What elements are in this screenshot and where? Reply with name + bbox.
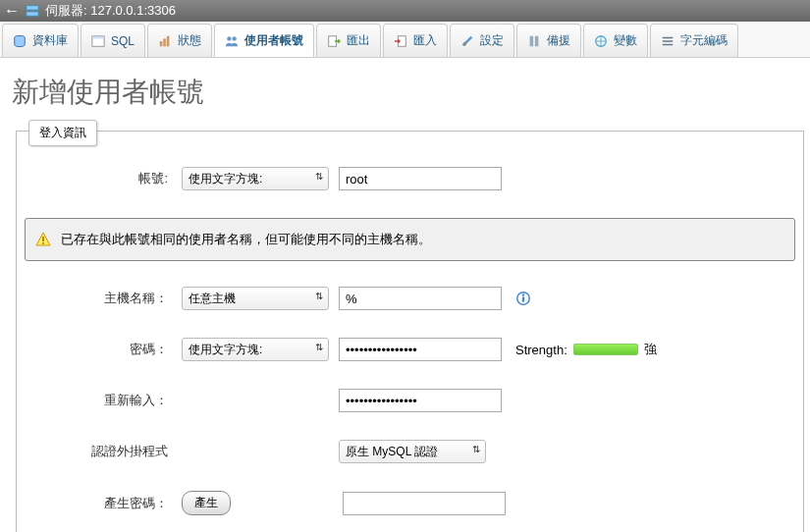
- tab-label: SQL: [111, 34, 135, 48]
- tab-variables[interactable]: 變數: [583, 24, 648, 57]
- tab-replication[interactable]: 備援: [516, 24, 581, 57]
- tab-label: 狀態: [178, 32, 201, 49]
- server-label: 伺服器: 127.0.0.1:3306: [45, 2, 176, 20]
- tab-status[interactable]: 狀態: [147, 24, 212, 57]
- username-mode-select[interactable]: 使用文字方塊:: [182, 167, 329, 190]
- fieldset-legend: 登入資訊: [28, 120, 97, 146]
- svg-point-9: [232, 36, 236, 40]
- page-title: 新增使用者帳號: [12, 74, 810, 111]
- generated-password-input[interactable]: [343, 492, 506, 515]
- password-row: 密碼： 使用文字方塊: Strength: 強: [25, 338, 795, 361]
- tab-users[interactable]: 使用者帳號: [214, 24, 314, 57]
- svg-point-12: [463, 41, 467, 45]
- tab-settings[interactable]: 設定: [450, 24, 514, 57]
- host-input[interactable]: [339, 287, 502, 310]
- tab-label: 匯入: [413, 32, 437, 49]
- tab-label: 變數: [614, 32, 637, 49]
- sql-icon: [91, 34, 105, 48]
- users-icon: [225, 34, 239, 48]
- replication-icon: [527, 34, 541, 48]
- svg-rect-6: [163, 38, 166, 46]
- strength-text: 強: [644, 341, 657, 358]
- password-input[interactable]: [339, 338, 502, 361]
- password-label: 密碼：: [25, 341, 182, 358]
- svg-rect-7: [167, 35, 170, 46]
- svg-rect-13: [530, 35, 534, 46]
- tab-sql[interactable]: SQL: [81, 24, 145, 57]
- svg-rect-0: [27, 6, 38, 10]
- host-label: 主機名稱：: [25, 290, 182, 307]
- gen-label: 產生密碼：: [25, 495, 182, 512]
- warning-text: 已存在與此帳號相同的使用者名稱，但可能使用不同的主機名稱。: [61, 231, 431, 248]
- generate-button[interactable]: 產生: [182, 491, 231, 515]
- strength-label: Strength:: [515, 343, 567, 357]
- tab-database[interactable]: 資料庫: [2, 24, 79, 57]
- login-fieldset: 登入資訊 帳號: 使用文字方塊: 已存在與此帳號相同的使用者名稱，但可能使用不同…: [16, 131, 804, 532]
- import-icon: [394, 34, 407, 48]
- warning-box: 已存在與此帳號相同的使用者名稱，但可能使用不同的主機名稱。: [25, 218, 795, 261]
- retype-label: 重新輸入：: [25, 392, 182, 409]
- database-icon: [13, 34, 27, 48]
- svg-rect-21: [522, 297, 524, 302]
- back-arrow-icon[interactable]: ←: [4, 2, 20, 20]
- svg-point-20: [522, 293, 524, 295]
- tab-export[interactable]: 匯出: [316, 24, 381, 57]
- svg-rect-17: [42, 242, 44, 244]
- password-mode-select[interactable]: 使用文字方塊:: [182, 338, 329, 361]
- strength-indicator: Strength: 強: [515, 341, 657, 358]
- tab-charset[interactable]: 字元編碼: [650, 24, 738, 57]
- charset-icon: [661, 34, 675, 48]
- svg-rect-5: [160, 41, 163, 46]
- strength-bar: [573, 344, 638, 355]
- host-mode-select[interactable]: 任意主機: [182, 287, 329, 310]
- tab-label: 使用者帳號: [244, 32, 303, 49]
- svg-point-8: [227, 36, 231, 40]
- tabs-bar: 資料庫 SQL 狀態 使用者帳號 匯出 匯入 設定 備援 變數 字元編碼: [0, 22, 810, 58]
- tab-import[interactable]: 匯入: [383, 24, 448, 57]
- info-icon[interactable]: [515, 291, 531, 306]
- settings-icon: [460, 34, 474, 48]
- warning-icon: [35, 232, 51, 247]
- gen-row: 產生密碼： 產生: [25, 491, 795, 515]
- svg-rect-4: [92, 35, 104, 38]
- tab-label: 字元編碼: [680, 32, 728, 49]
- svg-rect-14: [535, 35, 539, 46]
- auth-label: 認證外掛程式: [25, 443, 182, 460]
- tab-label: 資料庫: [32, 32, 68, 49]
- svg-rect-1: [27, 12, 38, 16]
- tab-label: 備援: [547, 32, 570, 49]
- auth-select[interactable]: 原生 MySQL 認證: [339, 440, 486, 463]
- topbar: ← 伺服器: 127.0.0.1:3306: [0, 0, 810, 22]
- status-icon: [158, 34, 172, 48]
- username-label: 帳號:: [25, 170, 182, 187]
- host-row: 主機名稱： 任意主機: [25, 287, 795, 310]
- variables-icon: [594, 34, 608, 48]
- tab-label: 匯出: [347, 32, 370, 49]
- tab-label: 設定: [480, 32, 504, 49]
- export-icon: [327, 34, 341, 48]
- retype-input[interactable]: [339, 389, 502, 412]
- username-input[interactable]: [339, 167, 502, 190]
- svg-rect-16: [42, 237, 44, 241]
- retype-row: 重新輸入：: [25, 389, 795, 412]
- username-row: 帳號: 使用文字方塊:: [25, 167, 795, 190]
- server-icon: [26, 4, 39, 18]
- auth-row: 認證外掛程式 原生 MySQL 認證: [25, 440, 795, 463]
